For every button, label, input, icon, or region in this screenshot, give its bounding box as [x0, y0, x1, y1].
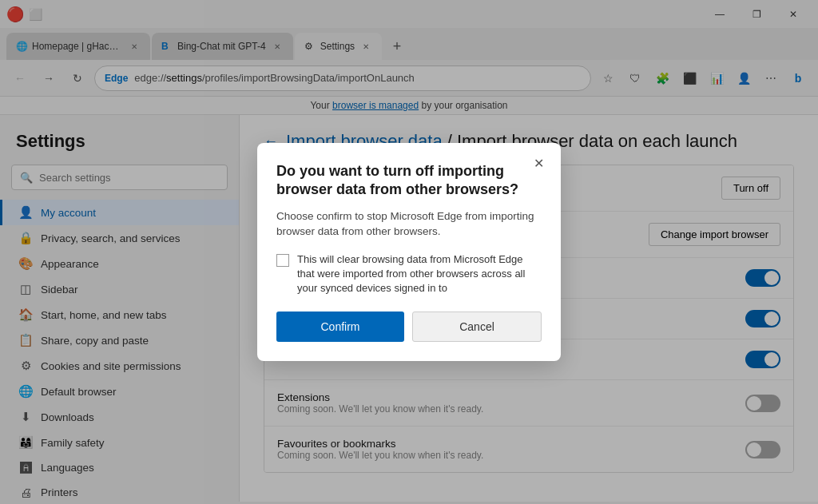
modal-buttons: Confirm Cancel — [276, 312, 542, 342]
cancel-button[interactable]: Cancel — [412, 312, 542, 342]
modal-checkbox-row: This will clear browsing data from Micro… — [276, 252, 542, 296]
confirm-button[interactable]: Confirm — [276, 312, 404, 342]
checkbox-label: This will clear browsing data from Micro… — [297, 252, 542, 296]
modal-close-button[interactable]: ✕ — [527, 153, 550, 175]
modal-dialog: ✕ Do you want to turn off importing brow… — [257, 143, 561, 361]
modal-title: Do you want to turn off importing browse… — [276, 162, 542, 200]
modal-overlay: ✕ Do you want to turn off importing brow… — [0, 0, 818, 504]
modal-subtitle: Choose confirm to stop Microsoft Edge fr… — [276, 209, 542, 240]
modal-checkbox[interactable] — [276, 254, 289, 267]
